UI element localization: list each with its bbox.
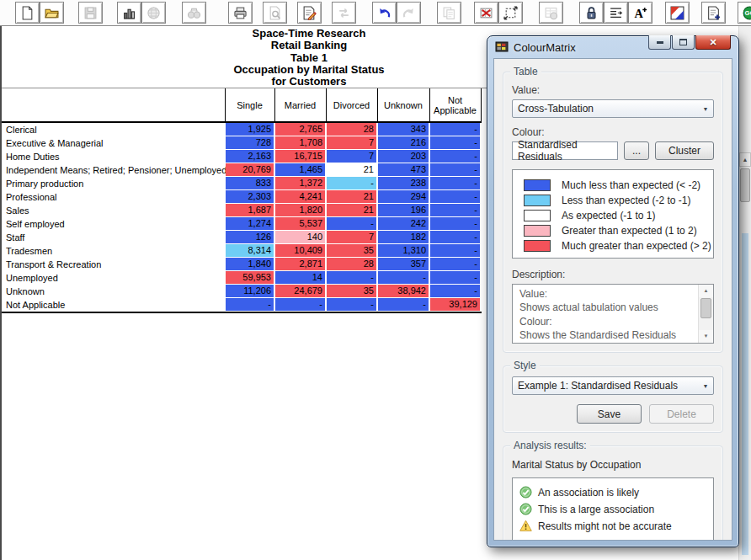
print-button[interactable] [228, 2, 253, 24]
scrollbar-track[interactable] [742, 233, 748, 555]
table-cell[interactable]: 21 [327, 163, 376, 176]
description-scroll-thumb[interactable] [700, 298, 711, 318]
column-header-not-applicable[interactable]: Not Applicable [430, 89, 480, 121]
table-cell[interactable]: 14 [275, 271, 325, 284]
new-summary-button[interactable] [701, 2, 726, 24]
table-cell[interactable]: - [327, 177, 376, 189]
scroll-up-icon[interactable]: ▲ [699, 285, 713, 297]
table-cell[interactable]: - [430, 231, 480, 243]
table-cell[interactable]: - [327, 298, 376, 311]
table-cell[interactable]: 473 [378, 163, 429, 176]
table-cell[interactable]: 8,314 [226, 244, 274, 257]
table-cell[interactable]: 10,409 [275, 244, 325, 257]
table-cell[interactable]: 21 [327, 190, 376, 203]
table-cell[interactable]: 1,925 [226, 123, 274, 136]
table-cell[interactable]: - [430, 177, 480, 189]
table-cell[interactable]: 728 [226, 136, 274, 149]
table-cell[interactable]: - [430, 136, 480, 149]
minimize-button[interactable] [648, 35, 671, 50]
table-cell[interactable]: 182 [378, 231, 429, 243]
lock-table-button[interactable] [579, 2, 604, 24]
table-cell[interactable]: 1,465 [275, 163, 325, 176]
table-cell[interactable]: - [430, 150, 480, 163]
table-cell[interactable]: 1,687 [226, 204, 274, 216]
row-label[interactable]: Unemployed [6, 271, 58, 285]
go-button[interactable]: GO [738, 2, 751, 24]
colour-matrix-button[interactable] [665, 2, 690, 24]
table-cell[interactable]: 2,871 [275, 258, 325, 270]
table-cell[interactable]: 7 [327, 150, 376, 163]
new-document-button[interactable] [15, 2, 40, 24]
resize-table-button[interactable] [498, 2, 523, 24]
table-cell[interactable]: 216 [378, 136, 429, 149]
table-cell[interactable]: - [430, 204, 480, 216]
table-cell[interactable]: - [430, 217, 480, 230]
close-button[interactable]: ✕ [695, 35, 731, 50]
table-cell[interactable]: 2,303 [226, 190, 274, 203]
row-label[interactable]: Executive & Managerial [6, 136, 104, 150]
table-cell[interactable]: 28 [327, 123, 376, 136]
table-cell[interactable]: 343 [378, 123, 429, 136]
table-cell[interactable]: - [430, 190, 480, 203]
column-header-unknown[interactable]: Unknown [378, 89, 429, 121]
table-cell[interactable]: 1,310 [378, 244, 429, 257]
browse-button[interactable]: ... [624, 141, 649, 160]
table-cell[interactable]: - [327, 271, 376, 284]
table-cell[interactable]: 1,274 [226, 217, 274, 230]
table-cell[interactable]: 38,942 [378, 285, 429, 297]
maximize-button[interactable] [672, 35, 695, 50]
table-cell[interactable]: - [430, 244, 480, 257]
row-label[interactable]: Primary production [6, 177, 83, 190]
save-button[interactable]: Save [577, 404, 642, 424]
scroll-down-icon[interactable]: ▼ [699, 330, 713, 343]
column-header-single[interactable]: Single [226, 89, 274, 121]
table-cell[interactable]: 126 [226, 231, 274, 243]
row-label[interactable]: Staff [6, 231, 24, 244]
scrollbar-thumb[interactable] [740, 168, 750, 202]
edit-table-button[interactable] [297, 2, 322, 24]
row-label[interactable]: Sales [6, 204, 29, 217]
vertical-scrollbar[interactable]: ▲ [738, 26, 751, 560]
format-values-button[interactable] [604, 2, 628, 24]
table-cell[interactable]: - [430, 163, 480, 176]
table-cell[interactable]: 39,129 [430, 298, 480, 311]
value-dropdown[interactable]: Cross-Tabulation ▼ [512, 99, 714, 118]
column-header-married[interactable]: Married [275, 89, 325, 121]
table-cell[interactable]: 1,708 [275, 136, 325, 149]
table-cell[interactable]: 7 [327, 231, 376, 243]
table-cell[interactable]: 1,840 [226, 258, 274, 270]
table-cell[interactable]: 16,715 [275, 150, 325, 163]
row-label[interactable]: Tradesmen [6, 244, 52, 258]
column-header-divorced[interactable]: Divorced [327, 89, 376, 121]
table-cell[interactable]: - [430, 285, 480, 297]
table-cell[interactable]: - [226, 298, 274, 311]
colour-input[interactable]: Standardised Residuals [512, 141, 618, 160]
table-cell[interactable]: 1,372 [275, 177, 325, 189]
font-size-button[interactable]: A [628, 2, 652, 24]
row-label[interactable]: Unknown [6, 285, 45, 298]
table-cell[interactable]: 11,206 [226, 285, 274, 297]
table-cell[interactable]: - [327, 217, 376, 230]
table-cell[interactable]: - [378, 298, 429, 311]
table-cell[interactable]: 238 [378, 177, 429, 189]
table-cell[interactable]: - [378, 271, 429, 284]
table-cell[interactable]: 2,765 [275, 123, 325, 136]
table-cell[interactable]: 242 [378, 217, 429, 230]
row-label[interactable]: Professional [6, 190, 57, 204]
table-cell[interactable]: 59,953 [226, 271, 274, 284]
table-cell[interactable]: 21 [327, 204, 376, 216]
row-label[interactable]: Self employed [6, 217, 65, 231]
table-cell[interactable]: 294 [378, 190, 429, 203]
cluster-button[interactable]: Cluster [655, 141, 714, 160]
table-cell[interactable]: 35 [327, 244, 376, 257]
table-cell[interactable]: 20,769 [226, 163, 274, 176]
undo-button[interactable] [372, 2, 397, 24]
table-cell[interactable]: 24,679 [275, 285, 325, 297]
row-label[interactable]: Independent Means; Retired; Pensioner; U… [6, 163, 226, 177]
style-dropdown[interactable]: Example 1: Standardised Residuals ▼ [512, 376, 714, 395]
row-label[interactable]: Not Applicable [6, 298, 65, 312]
table-cell[interactable]: 357 [378, 258, 429, 270]
table-cell[interactable]: 2,163 [226, 150, 274, 163]
table-cell[interactable]: 203 [378, 150, 429, 163]
description-scrollbar[interactable]: ▲ ▼ [698, 285, 713, 343]
